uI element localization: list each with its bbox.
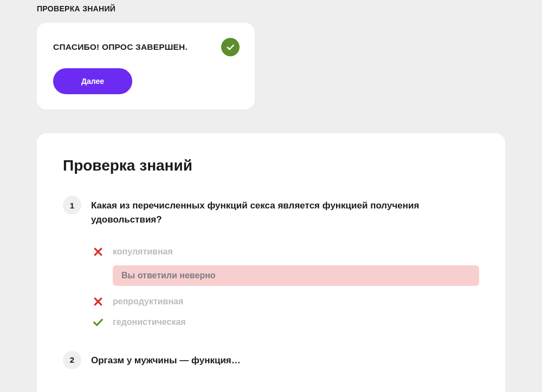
results-title: Проверка знаний <box>63 157 479 174</box>
question-text: Какая из перечисленных функций секса явл… <box>91 199 479 227</box>
answer-option: репродуктивная <box>92 292 479 311</box>
check-icon <box>92 316 104 328</box>
answer-text: копулятивная <box>113 247 173 257</box>
question-body: Оргазм у мужчины — функция… <box>91 351 479 383</box>
completion-row: СПАСИБО! ОПРОС ЗАВЕРШЕН. <box>53 38 240 56</box>
completion-message: СПАСИБО! ОПРОС ЗАВЕРШЕН. <box>53 42 188 52</box>
answer-option: гедонистическая <box>92 313 479 331</box>
check-badge-icon <box>221 38 240 56</box>
feedback-chip: Вы ответили неверно <box>113 265 479 286</box>
cross-icon <box>92 296 104 308</box>
results-card: Проверка знаний 1 Какая из перечисленных… <box>37 133 505 392</box>
cross-icon <box>92 246 104 258</box>
question-item: 1 Какая из перечисленных функций секса я… <box>63 196 479 331</box>
answer-text: репродуктивная <box>113 297 183 306</box>
question-item: 2 Оргазм у мужчины — функция… <box>63 351 479 383</box>
answer-option: копулятивная <box>92 243 479 261</box>
answer-list: копулятивная Вы ответили неверно репроду… <box>91 243 479 331</box>
question-number: 2 <box>63 351 81 369</box>
completion-card: СПАСИБО! ОПРОС ЗАВЕРШЕН. Далее <box>37 23 255 109</box>
section-label: ПРОВЕРКА ЗНАНИЙ <box>37 0 505 23</box>
question-body: Какая из перечисленных функций секса явл… <box>91 196 479 331</box>
answer-text: гедонистическая <box>113 317 186 327</box>
question-number: 1 <box>63 196 81 214</box>
next-button[interactable]: Далее <box>53 68 132 94</box>
question-text: Оргазм у мужчины — функция… <box>91 354 479 368</box>
